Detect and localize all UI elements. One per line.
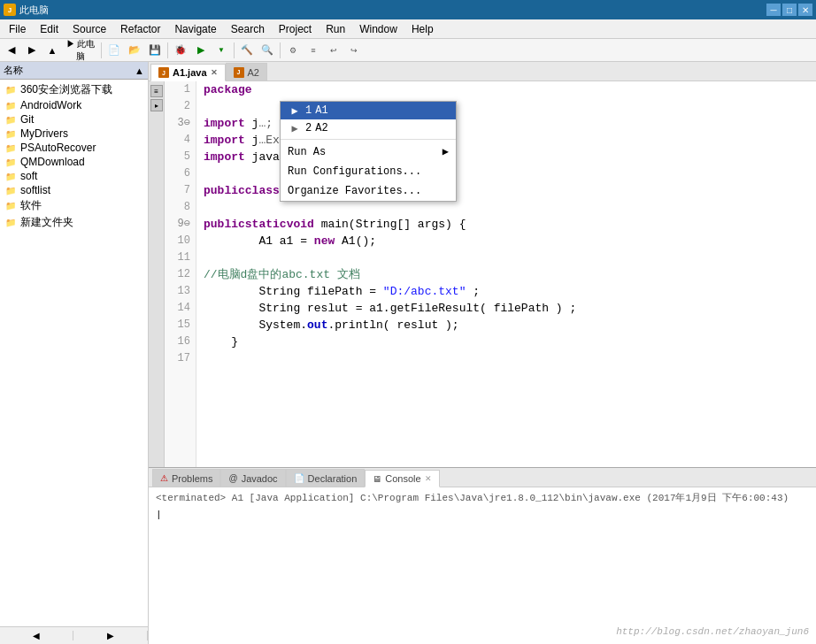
menu-file[interactable]: File — [2, 19, 33, 38]
toolbar-extra4[interactable]: ↪ — [344, 41, 364, 60]
panel-tab-console[interactable]: 🖥 Console ✕ — [365, 470, 439, 487]
ln-6: 6 — [170, 165, 190, 182]
code-line-15: System.out.println( reslut ); — [204, 317, 809, 334]
sidebar-item-softlist[interactable]: 📁 softlist — [0, 183, 148, 197]
run-item-a2[interactable]: ▶ 2 A2 — [281, 119, 456, 137]
sidebar-nav-prev[interactable]: ◀ — [0, 631, 73, 640]
panel-tab-javadoc-label: Javadoc — [242, 473, 278, 484]
strip-btn-1[interactable]: ≡ — [150, 85, 163, 97]
tab-icon-a2: J — [234, 67, 244, 78]
toolbar-sep-1 — [101, 42, 102, 58]
sidebar-expand-icon[interactable]: ▲ — [135, 65, 144, 76]
toolbar-extra2[interactable]: ≡ — [304, 41, 323, 60]
toolbar-debug[interactable]: 🐞 — [171, 41, 190, 60]
tab-a2[interactable]: J A2 — [226, 63, 267, 80]
toolbar-sep-2 — [167, 42, 168, 58]
toolbar-run-dropdown[interactable]: ▼ — [212, 41, 231, 60]
menu-search[interactable]: Search — [224, 19, 272, 38]
menu-source[interactable]: Source — [65, 19, 113, 38]
panel-tab-problems-label: Problems — [172, 473, 212, 484]
toolbar-run[interactable]: ▶ — [191, 41, 211, 60]
toolbar-extra3[interactable]: ↩ — [324, 41, 343, 60]
code-line-9: public static void main(String[] args) { — [204, 216, 809, 233]
menu-navigate[interactable]: Navigate — [167, 19, 223, 38]
run-as-arrow: ▶ — [443, 145, 449, 158]
toolbar-save[interactable]: 💾 — [145, 41, 165, 60]
toolbar-up[interactable]: ▲ — [42, 41, 62, 60]
sidebar-item-newfolder[interactable]: 📁 新建文件夹 — [0, 214, 148, 231]
ln-5: 5 — [170, 149, 190, 165]
sidebar-item-qmdownload[interactable]: 📁 QMDownload — [0, 155, 148, 169]
panel-tab-problems[interactable]: ⚠ Problems — [152, 469, 220, 487]
run-dropdown: ▶ 1 A1 ▶ 2 A2 Run As ▶ — [280, 101, 457, 202]
toolbar-new[interactable]: 📄 — [104, 41, 124, 60]
title-bar: J 此电脑 ─ □ ✕ — [0, 0, 816, 19]
sidebar-item-psautorecover[interactable]: 📁 PSAutoRecover — [0, 141, 148, 155]
organize-favorites-label: Organize Favorites... — [288, 185, 421, 197]
ln-2: 2 — [170, 98, 190, 115]
sidebar-item-androidwork[interactable]: 📁 AndroidWork — [0, 98, 148, 112]
organize-favorites-menu[interactable]: Organize Favorites... — [281, 181, 456, 201]
menu-refactor[interactable]: Refactor — [113, 19, 167, 38]
menu-window[interactable]: Window — [352, 19, 404, 38]
editor-with-strip: ≡ ▸ 1 2 3⊖ 4 5 6 7 8 9⊖ 10 — [149, 81, 816, 467]
sidebar-item-label-psautorecover: PSAutoRecover — [20, 142, 96, 154]
run-java-icon-1: ▶ — [288, 104, 302, 117]
toolbar-forward[interactable]: ▶ — [22, 41, 42, 60]
panel-tab-javadoc[interactable]: @ Javadoc — [220, 469, 285, 487]
toolbar-open[interactable]: 📂 — [125, 41, 144, 60]
run-configurations-label: Run Configurations... — [288, 165, 421, 178]
editor-tab-bar: J A1.java ✕ J A2 — [149, 62, 816, 81]
toolbar-back[interactable]: ◀ — [2, 41, 21, 60]
code-line-10: A1 a1 = new A1(); — [204, 233, 809, 249]
sidebar-item-soft[interactable]: 📁 soft — [0, 169, 148, 183]
folder-icon-software: 📁 — [4, 200, 18, 212]
sidebar-item-360[interactable]: 📁 360安全浏览器下载 — [0, 81, 148, 98]
menu-project[interactable]: Project — [272, 19, 319, 38]
folder-icon-androidwork: 📁 — [4, 99, 18, 111]
ln-7: 7 — [170, 182, 190, 199]
toolbar-search[interactable]: 🔍 — [258, 41, 277, 60]
menu-edit[interactable]: Edit — [33, 19, 65, 38]
run-as-menu[interactable]: Run As ▶ — [281, 142, 456, 162]
javadoc-icon: @ — [228, 473, 237, 483]
console-tab-close[interactable]: ✕ — [425, 474, 432, 483]
maximize-button[interactable]: □ — [782, 4, 797, 16]
menu-run[interactable]: Run — [319, 19, 352, 38]
minimize-button[interactable]: ─ — [766, 4, 781, 16]
toolbar: ◀ ▶ ▲ ▶ 此电脑 📄 📂 💾 🐞 ▶ ▼ 🔨 🔍 ⚙ ≡ ↩ ↪ — [0, 39, 816, 62]
console-status-line: <terminated> A1 [Java Application] C:\Pr… — [152, 489, 812, 506]
sidebar-item-git[interactable]: 📁 Git — [0, 112, 148, 126]
tab-close-a1[interactable]: ✕ — [211, 68, 218, 77]
menu-help[interactable]: Help — [404, 19, 441, 38]
run-item-a1[interactable]: ▶ 1 A1 — [281, 102, 456, 119]
problems-icon: ⚠ — [160, 473, 168, 483]
code-lines: 1 2 3⊖ 4 5 6 7 8 9⊖ 10 11 12 13 14 — [165, 81, 816, 467]
tab-label-a1: A1.java — [173, 67, 207, 78]
toolbar-sep-3 — [234, 42, 235, 58]
toolbar-sep-4 — [280, 42, 281, 58]
sidebar-nav-next[interactable]: ▶ — [75, 631, 149, 640]
toolbar-extra1[interactable]: ⚙ — [283, 41, 303, 60]
run-configurations-menu[interactable]: Run Configurations... — [281, 162, 456, 181]
run-item-label-1: A1 — [315, 104, 327, 117]
ln-4: 4 — [170, 132, 190, 149]
panel-tab-declaration[interactable]: 📄 Declaration — [286, 469, 366, 487]
sidebar-tree: 📁 360安全浏览器下载 📁 AndroidWork 📁 Git 📁 MyDri… — [0, 80, 148, 626]
console-content: <terminated> A1 [Java Application] C:\Pr… — [149, 487, 816, 644]
line-numbers: 1 2 3⊖ 4 5 6 7 8 9⊖ 10 11 12 13 14 — [165, 81, 196, 467]
run-as-label: Run As — [288, 146, 326, 158]
tab-a1java[interactable]: J A1.java ✕ — [150, 64, 226, 81]
close-button[interactable]: ✕ — [798, 4, 812, 16]
toolbar-build[interactable]: 🔨 — [237, 41, 257, 60]
strip-btn-2[interactable]: ▸ — [150, 99, 163, 111]
sidebar-item-label-soft: soft — [20, 170, 37, 182]
folder-icon-git: 📁 — [4, 113, 18, 126]
sidebar-item-label-mydrivers: MyDrivers — [20, 127, 68, 140]
folder-icon-soft: 📁 — [4, 170, 18, 182]
toolbar-nav[interactable]: ▶ 此电脑 — [63, 41, 98, 60]
sidebar-item-mydrivers[interactable]: 📁 MyDrivers — [0, 126, 148, 141]
sidebar-item-software[interactable]: 📁 软件 — [0, 197, 148, 214]
ln-14: 14 — [170, 300, 190, 317]
code-editor[interactable]: 1 2 3⊖ 4 5 6 7 8 9⊖ 10 11 12 13 14 — [165, 81, 816, 467]
